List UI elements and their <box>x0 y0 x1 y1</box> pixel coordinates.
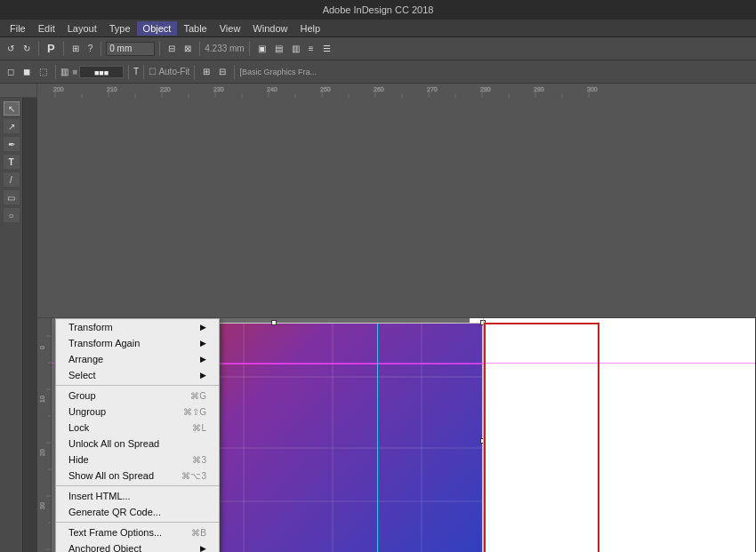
svg-text:200: 200 <box>53 86 64 92</box>
frame-style-name: [Basic Graphics Fra... <box>239 68 317 76</box>
object-dropdown-menu: Transform▶ Transform Again▶ Arrange▶ Sel… <box>55 318 220 552</box>
toolbar-btn-5[interactable]: ⊟ <box>165 42 179 55</box>
sep11 <box>234 65 235 79</box>
toolbar-btn-6[interactable]: ⊠ <box>181 42 195 55</box>
menu-help[interactable]: Help <box>294 21 326 36</box>
svg-text:260: 260 <box>374 86 384 92</box>
autofit-label: ☐ Auto-Fit <box>149 67 189 76</box>
menu-table[interactable]: Table <box>177 21 213 36</box>
svg-text:270: 270 <box>427 86 438 92</box>
svg-rect-33 <box>37 318 52 552</box>
menu-lock[interactable]: Lock⌘L <box>56 420 219 436</box>
sep6 <box>249 42 250 56</box>
sep5 <box>199 42 200 56</box>
menu-select[interactable]: Select▶ <box>56 367 219 383</box>
toolbar-btn-p[interactable]: P <box>44 40 59 57</box>
toolbar-btn-2[interactable]: ↻ <box>20 42 34 55</box>
toolbar-r2[interactable]: ◼ <box>20 65 34 78</box>
select-tool[interactable]: ↖ <box>4 101 20 116</box>
ellipse-tool[interactable]: ○ <box>4 208 20 222</box>
svg-text:0: 0 <box>39 346 45 349</box>
toolbar-r3[interactable]: ⬚ <box>36 65 51 78</box>
sep7 <box>55 65 56 79</box>
svg-text:240: 240 <box>267 86 277 92</box>
sep1 <box>38 42 39 56</box>
app-title: Adobe InDesign CC 2018 <box>323 4 434 15</box>
svg-text:290: 290 <box>534 86 544 92</box>
sep9 <box>143 65 144 79</box>
type-tool[interactable]: T <box>4 155 20 169</box>
sep-3 <box>56 522 219 523</box>
toolbar-r4[interactable]: ⊞ <box>199 65 213 78</box>
ruler-h-svg: 200 210 220 230 240 250 260 270 <box>37 84 756 98</box>
title-bar: Adobe InDesign CC 2018 <box>0 0 756 20</box>
toolbar-r1[interactable]: ◻ <box>4 65 18 78</box>
direct-select-tool[interactable]: ↗ <box>4 119 20 133</box>
menu-text-frame-options[interactable]: Text Frame Options...⌘B <box>56 524 219 540</box>
svg-text:30: 30 <box>39 502 45 509</box>
toolbar-btn-10[interactable]: ≡ <box>305 42 318 55</box>
toolbar-1: ↺ ↻ P ⊞ ? ⊟ ⊠ 4.233 mm ▣ ▤ ▥ ≡ ☰ <box>0 37 756 60</box>
sep8 <box>128 65 129 79</box>
menu-arrange[interactable]: Arrange▶ <box>56 351 219 367</box>
stroke-indicator: T <box>133 67 139 76</box>
fill-swatch: ■■■ <box>79 66 124 78</box>
ruler-v: 0 10 20 30 40 50 60 70 <box>37 318 52 552</box>
sep-1 <box>56 385 219 386</box>
toolbar-btn-7[interactable]: ▣ <box>254 42 269 55</box>
toolbar-btn-11[interactable]: ☰ <box>319 42 334 55</box>
menu-show-all[interactable]: Show All on Spread⌘⌥3 <box>56 468 219 484</box>
svg-text:230: 230 <box>213 86 224 92</box>
left-panel: ↖ ↗ ✒ T / ▭ ○ <box>0 98 23 552</box>
menu-layout[interactable]: Layout <box>61 21 103 36</box>
toolbar-r5[interactable]: ⊟ <box>215 65 229 78</box>
menu-anchored-object[interactable]: Anchored Object▶ <box>56 540 219 552</box>
menu-window[interactable]: Window <box>246 21 294 36</box>
fill-color: ■ <box>72 67 77 76</box>
menu-edit[interactable]: Edit <box>32 21 61 36</box>
ruler-v-svg: 0 10 20 30 40 50 60 70 <box>37 318 52 552</box>
menu-hide[interactable]: Hide⌘3 <box>56 452 219 468</box>
menu-transform-again[interactable]: Transform Again▶ <box>56 335 219 351</box>
line-tool[interactable]: / <box>4 172 20 187</box>
sep3 <box>101 42 101 56</box>
svg-text:250: 250 <box>320 86 331 92</box>
toolbar-btn-3[interactable]: ⊞ <box>68 42 83 55</box>
menu-view[interactable]: View <box>213 21 247 36</box>
menu-object[interactable]: Object <box>137 21 178 36</box>
toolbar-btn-1[interactable]: ↺ <box>4 42 18 55</box>
toolbar-btn-9[interactable]: ▥ <box>288 42 303 55</box>
svg-text:10: 10 <box>39 396 45 403</box>
svg-text:220: 220 <box>160 86 171 92</box>
pen-tool[interactable]: ✒ <box>4 137 20 151</box>
sep-2 <box>56 485 219 486</box>
toolbar-btn-8[interactable]: ▤ <box>271 42 286 55</box>
sep10 <box>194 65 195 79</box>
canvas-area: Transform▶ Transform Again▶ Arrange▶ Sel… <box>52 318 755 552</box>
sep2 <box>63 42 64 56</box>
menu-generate-qr[interactable]: Generate QR Code... <box>56 504 219 520</box>
toolbar-btn-4[interactable]: ? <box>84 42 97 55</box>
w-label: 4.233 mm <box>205 44 244 53</box>
svg-text:210: 210 <box>107 86 117 92</box>
menu-type[interactable]: Type <box>103 21 137 36</box>
toolbar-2: ◻ ◼ ⬚ ▥ ■ ■■■ T ☐ Auto-Fit ⊞ ⊟ [Basic Gr… <box>0 60 756 84</box>
menu-transform[interactable]: Transform▶ <box>56 319 219 335</box>
svg-rect-0 <box>37 84 756 98</box>
frame-style-label: ▥ <box>60 67 68 76</box>
menu-ungroup[interactable]: Ungroup⌘⇧G <box>56 404 219 420</box>
ruler-h: 200 210 220 230 240 250 260 270 <box>37 84 756 318</box>
menu-group[interactable]: Group⌘G <box>56 388 219 404</box>
sep4 <box>159 42 160 56</box>
svg-text:20: 20 <box>39 449 45 456</box>
rect-tool[interactable]: ▭ <box>4 190 20 204</box>
svg-text:280: 280 <box>480 86 491 92</box>
ruler-corner <box>0 84 37 98</box>
x-position-input[interactable] <box>106 42 155 56</box>
menu-unlock[interactable]: Unlock All on Spread <box>56 436 219 452</box>
menu-file[interactable]: File <box>4 21 32 36</box>
menu-bar: File Edit Layout Type Object Table View … <box>0 20 756 37</box>
menu-insert-html[interactable]: Insert HTML... <box>56 488 219 504</box>
svg-text:300: 300 <box>587 86 598 92</box>
